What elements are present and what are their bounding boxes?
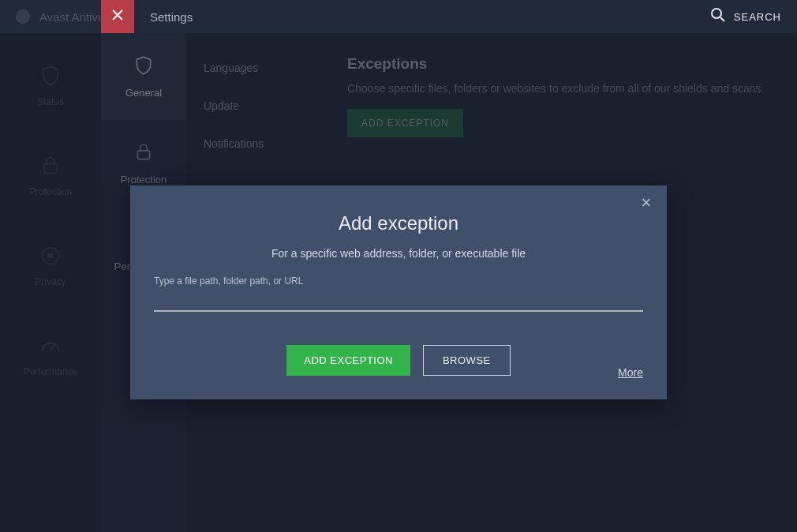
svg-point-0 xyxy=(16,9,30,24)
modal-add-exception-button[interactable]: ADD EXCEPTION xyxy=(286,345,410,376)
more-link[interactable]: More xyxy=(618,366,643,379)
modal-close-button[interactable]: × xyxy=(637,193,656,212)
search-icon xyxy=(710,7,726,26)
search-label: SEARCH xyxy=(734,11,781,23)
exception-path-input[interactable] xyxy=(154,288,643,312)
close-icon: × xyxy=(642,194,652,212)
modal-browse-button[interactable]: BROWSE xyxy=(423,345,511,376)
close-settings-button[interactable] xyxy=(101,0,134,33)
top-bar: Avast Antivirus Settings SEARCH xyxy=(0,0,797,33)
modal-actions: ADD EXCEPTION BROWSE xyxy=(154,345,643,376)
close-icon xyxy=(112,9,123,24)
modal-overlay: × Add exception For a specific web addre… xyxy=(0,33,797,532)
svg-point-1 xyxy=(712,9,721,18)
page-title: Settings xyxy=(150,0,193,33)
modal-title: Add exception xyxy=(154,212,643,234)
brand-logo-icon xyxy=(14,8,32,25)
search-button[interactable]: SEARCH xyxy=(710,0,781,33)
content-area: Status Protection Privacy Performance Ge… xyxy=(0,33,797,532)
modal-input-label: Type a file path, folder path, or URL xyxy=(154,275,643,287)
add-exception-modal: × Add exception For a specific web addre… xyxy=(130,185,667,399)
app-window: Avast Antivirus Settings SEARCH Status P… xyxy=(0,0,797,532)
modal-subtitle: For a specific web address, folder, or e… xyxy=(154,247,643,260)
